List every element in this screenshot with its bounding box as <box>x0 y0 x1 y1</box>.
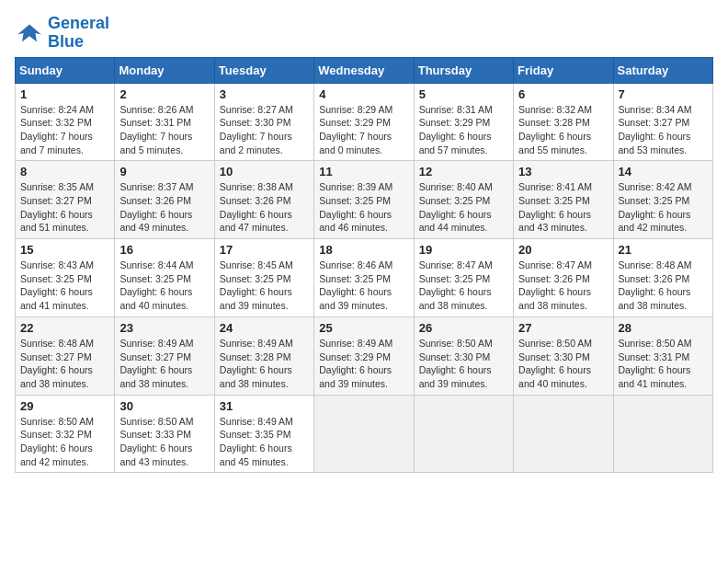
logo-text: General Blue <box>48 15 109 52</box>
day-detail: Sunrise: 8:41 AM Sunset: 3:25 PM Dayligh… <box>518 180 608 235</box>
day-detail: Sunrise: 8:50 AM Sunset: 3:30 PM Dayligh… <box>518 337 608 391</box>
day-number: 7 <box>619 87 708 101</box>
day-detail: Sunrise: 8:39 AM Sunset: 3:25 PM Dayligh… <box>319 180 408 235</box>
day-number: 14 <box>619 165 708 178</box>
calendar-cell: 7Sunrise: 8:34 AM Sunset: 3:27 PM Daylig… <box>613 83 712 161</box>
day-detail: Sunrise: 8:50 AM Sunset: 3:31 PM Dayligh… <box>619 337 708 391</box>
calendar-cell: 4Sunrise: 8:29 AM Sunset: 3:29 PM Daylig… <box>314 83 414 161</box>
day-header-tuesday: Tuesday <box>214 57 313 83</box>
day-detail: Sunrise: 8:49 AM Sunset: 3:29 PM Dayligh… <box>319 337 408 391</box>
day-number: 26 <box>419 321 508 335</box>
calendar-cell: 3Sunrise: 8:27 AM Sunset: 3:30 PM Daylig… <box>214 83 313 161</box>
calendar-week-row: 15Sunrise: 8:43 AM Sunset: 3:25 PM Dayli… <box>16 239 713 317</box>
calendar-cell: 1Sunrise: 8:24 AM Sunset: 3:32 PM Daylig… <box>16 83 115 161</box>
day-detail: Sunrise: 8:43 AM Sunset: 3:25 PM Dayligh… <box>20 259 109 313</box>
calendar-cell: 27Sunrise: 8:50 AM Sunset: 3:30 PM Dayli… <box>514 316 613 395</box>
calendar-cell: 22Sunrise: 8:48 AM Sunset: 3:27 PM Dayli… <box>16 316 115 395</box>
day-header-saturday: Saturday <box>613 57 712 83</box>
day-detail: Sunrise: 8:26 AM Sunset: 3:31 PM Dayligh… <box>119 103 209 157</box>
page-header: General Blue <box>15 15 713 52</box>
day-number: 24 <box>220 321 309 335</box>
day-number: 8 <box>20 165 109 178</box>
day-detail: Sunrise: 8:45 AM Sunset: 3:25 PM Dayligh… <box>220 259 309 313</box>
day-number: 27 <box>518 321 608 335</box>
calendar-cell: 11Sunrise: 8:39 AM Sunset: 3:25 PM Dayli… <box>314 161 414 239</box>
calendar-cell: 31Sunrise: 8:49 AM Sunset: 3:35 PM Dayli… <box>214 395 313 473</box>
day-header-monday: Monday <box>115 57 214 83</box>
calendar-cell: 24Sunrise: 8:49 AM Sunset: 3:28 PM Dayli… <box>214 316 313 395</box>
day-detail: Sunrise: 8:42 AM Sunset: 3:25 PM Dayligh… <box>619 180 708 235</box>
day-detail: Sunrise: 8:24 AM Sunset: 3:32 PM Dayligh… <box>20 103 109 157</box>
day-detail: Sunrise: 8:50 AM Sunset: 3:32 PM Dayligh… <box>20 415 109 469</box>
day-detail: Sunrise: 8:32 AM Sunset: 3:28 PM Dayligh… <box>518 103 608 157</box>
day-number: 29 <box>20 399 109 413</box>
day-detail: Sunrise: 8:27 AM Sunset: 3:30 PM Dayligh… <box>220 103 309 157</box>
day-detail: Sunrise: 8:50 AM Sunset: 3:30 PM Dayligh… <box>419 337 508 391</box>
day-detail: Sunrise: 8:47 AM Sunset: 3:25 PM Dayligh… <box>419 259 508 313</box>
calendar-cell: 30Sunrise: 8:50 AM Sunset: 3:33 PM Dayli… <box>115 395 214 473</box>
day-number: 31 <box>220 399 309 413</box>
day-number: 23 <box>119 321 209 335</box>
day-detail: Sunrise: 8:34 AM Sunset: 3:27 PM Dayligh… <box>619 103 708 157</box>
logo: General Blue <box>15 15 109 52</box>
day-number: 10 <box>220 165 309 178</box>
day-detail: Sunrise: 8:48 AM Sunset: 3:26 PM Dayligh… <box>619 259 708 313</box>
calendar-week-row: 1Sunrise: 8:24 AM Sunset: 3:32 PM Daylig… <box>16 83 713 161</box>
calendar-cell: 6Sunrise: 8:32 AM Sunset: 3:28 PM Daylig… <box>514 83 613 161</box>
logo-icon <box>15 18 44 48</box>
day-header-friday: Friday <box>514 57 613 83</box>
day-number: 18 <box>319 243 408 257</box>
calendar-week-row: 8Sunrise: 8:35 AM Sunset: 3:27 PM Daylig… <box>16 161 713 239</box>
day-number: 4 <box>319 87 408 101</box>
day-header-thursday: Thursday <box>414 57 513 83</box>
calendar-cell: 10Sunrise: 8:38 AM Sunset: 3:26 PM Dayli… <box>214 161 313 239</box>
calendar-cell: 5Sunrise: 8:31 AM Sunset: 3:29 PM Daylig… <box>414 83 513 161</box>
day-number: 15 <box>20 243 109 257</box>
calendar-cell: 23Sunrise: 8:49 AM Sunset: 3:27 PM Dayli… <box>115 316 214 395</box>
day-number: 9 <box>119 165 209 178</box>
calendar-cell: 12Sunrise: 8:40 AM Sunset: 3:25 PM Dayli… <box>414 161 513 239</box>
day-number: 1 <box>20 87 109 101</box>
day-number: 19 <box>419 243 508 257</box>
calendar-week-row: 29Sunrise: 8:50 AM Sunset: 3:32 PM Dayli… <box>16 395 713 473</box>
day-detail: Sunrise: 8:49 AM Sunset: 3:27 PM Dayligh… <box>119 337 209 391</box>
day-detail: Sunrise: 8:44 AM Sunset: 3:25 PM Dayligh… <box>119 259 209 313</box>
day-number: 12 <box>419 165 508 178</box>
calendar-cell: 19Sunrise: 8:47 AM Sunset: 3:25 PM Dayli… <box>414 239 513 317</box>
day-header-sunday: Sunday <box>16 57 115 83</box>
calendar-week-row: 22Sunrise: 8:48 AM Sunset: 3:27 PM Dayli… <box>16 316 713 395</box>
day-number: 16 <box>119 243 209 257</box>
day-detail: Sunrise: 8:49 AM Sunset: 3:35 PM Dayligh… <box>220 415 309 469</box>
day-detail: Sunrise: 8:37 AM Sunset: 3:26 PM Dayligh… <box>119 180 209 235</box>
day-detail: Sunrise: 8:40 AM Sunset: 3:25 PM Dayligh… <box>419 180 508 235</box>
day-header-wednesday: Wednesday <box>314 57 414 83</box>
day-number: 28 <box>619 321 708 335</box>
day-number: 25 <box>319 321 408 335</box>
calendar-cell: 14Sunrise: 8:42 AM Sunset: 3:25 PM Dayli… <box>613 161 712 239</box>
day-detail: Sunrise: 8:31 AM Sunset: 3:29 PM Dayligh… <box>419 103 508 157</box>
day-number: 30 <box>119 399 209 413</box>
day-number: 3 <box>220 87 309 101</box>
calendar-cell <box>613 395 712 473</box>
day-detail: Sunrise: 8:50 AM Sunset: 3:33 PM Dayligh… <box>119 415 209 469</box>
calendar-header-row: SundayMondayTuesdayWednesdayThursdayFrid… <box>16 57 713 83</box>
calendar-cell: 9Sunrise: 8:37 AM Sunset: 3:26 PM Daylig… <box>115 161 214 239</box>
calendar-cell: 18Sunrise: 8:46 AM Sunset: 3:25 PM Dayli… <box>314 239 414 317</box>
day-number: 5 <box>419 87 508 101</box>
day-number: 11 <box>319 165 408 178</box>
calendar-table: SundayMondayTuesdayWednesdayThursdayFrid… <box>15 57 713 474</box>
day-number: 17 <box>220 243 309 257</box>
svg-marker-0 <box>17 24 41 41</box>
calendar-cell <box>314 395 414 473</box>
calendar-cell: 8Sunrise: 8:35 AM Sunset: 3:27 PM Daylig… <box>16 161 115 239</box>
day-detail: Sunrise: 8:49 AM Sunset: 3:28 PM Dayligh… <box>220 337 309 391</box>
day-number: 6 <box>518 87 608 101</box>
calendar-cell: 28Sunrise: 8:50 AM Sunset: 3:31 PM Dayli… <box>613 316 712 395</box>
calendar-cell <box>514 395 613 473</box>
day-number: 21 <box>619 243 708 257</box>
day-detail: Sunrise: 8:48 AM Sunset: 3:27 PM Dayligh… <box>20 337 109 391</box>
calendar-cell: 29Sunrise: 8:50 AM Sunset: 3:32 PM Dayli… <box>16 395 115 473</box>
calendar-cell: 13Sunrise: 8:41 AM Sunset: 3:25 PM Dayli… <box>514 161 613 239</box>
calendar-cell: 16Sunrise: 8:44 AM Sunset: 3:25 PM Dayli… <box>115 239 214 317</box>
day-number: 2 <box>119 87 209 101</box>
